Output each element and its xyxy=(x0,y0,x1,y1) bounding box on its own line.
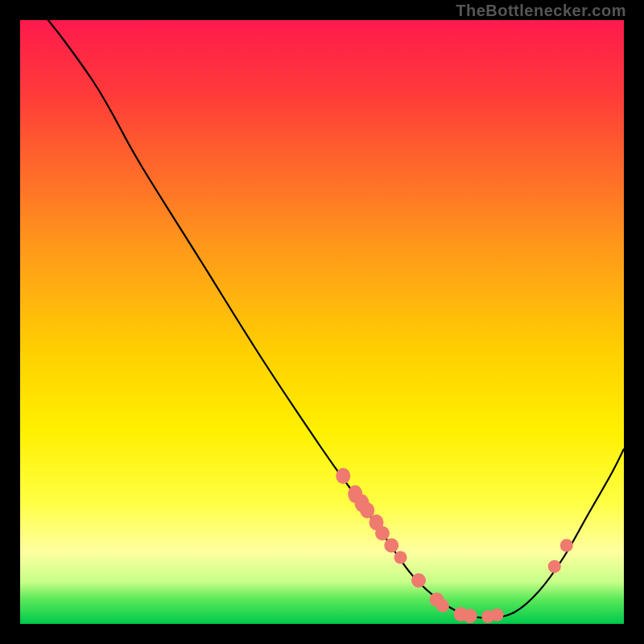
data-point xyxy=(411,573,426,588)
data-point xyxy=(463,609,477,623)
data-point xyxy=(394,551,407,564)
data-point xyxy=(336,468,350,484)
data-point xyxy=(491,609,504,621)
chart-svg xyxy=(20,20,624,624)
data-point xyxy=(548,560,561,573)
data-point xyxy=(375,526,390,541)
data-point xyxy=(384,539,398,553)
watermark-text: TheBottlenecker.com xyxy=(456,2,626,20)
data-point xyxy=(560,539,573,552)
chart-frame: TheBottlenecker.com xyxy=(0,0,644,644)
data-point xyxy=(436,600,449,613)
bottleneck-curve xyxy=(39,20,625,618)
plot-area xyxy=(20,20,624,624)
